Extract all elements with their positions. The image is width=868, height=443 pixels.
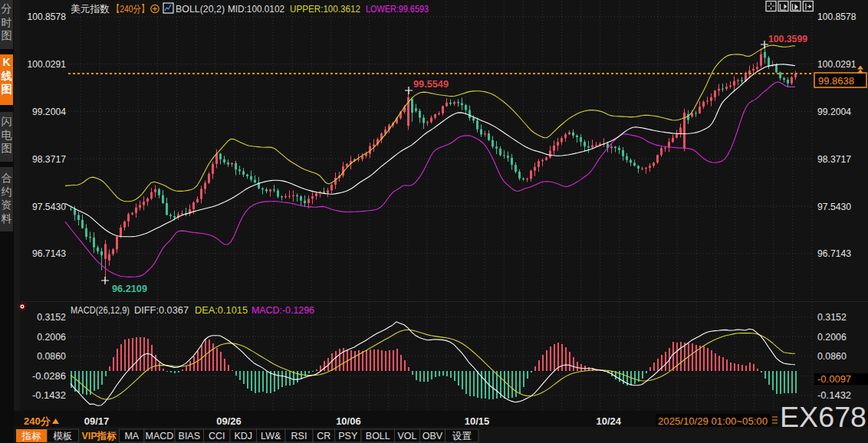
svg-text:OBV: OBV	[422, 431, 443, 441]
svg-text:图: 图	[2, 29, 12, 41]
svg-text:资: 资	[2, 199, 12, 211]
svg-text:RSI: RSI	[291, 431, 307, 441]
svg-text:0.0860: 0.0860	[37, 350, 66, 362]
svg-text:99.8638: 99.8638	[818, 75, 854, 87]
svg-text:PSY: PSY	[338, 431, 358, 441]
svg-text:-0.0286: -0.0286	[32, 370, 66, 382]
svg-text:10/06: 10/06	[336, 415, 361, 427]
svg-text:99.2004: 99.2004	[817, 106, 851, 117]
svg-text:图: 图	[2, 142, 12, 154]
svg-text:99.2004: 99.2004	[32, 106, 66, 117]
svg-text:美元指数: 美元指数	[71, 3, 110, 15]
svg-text:UPPER:100.3612: UPPER:100.3612	[290, 3, 360, 15]
svg-text:240分: 240分	[24, 415, 51, 427]
svg-text:MID:100.0102: MID:100.0102	[228, 3, 284, 15]
svg-text:98.3717: 98.3717	[32, 153, 66, 165]
svg-text:VOL: VOL	[397, 431, 416, 441]
svg-text:-0.1432: -0.1432	[32, 389, 66, 401]
svg-text:约: 约	[2, 185, 12, 198]
svg-text:料: 料	[2, 212, 12, 225]
svg-text:100.8578: 100.8578	[28, 11, 66, 22]
svg-text:设置: 设置	[452, 431, 472, 441]
svg-text:指标: 指标	[21, 431, 42, 441]
svg-text:【240分】: 【240分】	[112, 3, 149, 15]
svg-text:MACD: MACD	[146, 431, 174, 441]
svg-text:图: 图	[2, 83, 12, 95]
svg-text:线: 线	[1, 70, 12, 82]
svg-text:2025/10/29 01:00~05:00: 2025/10/29 01:00~05:00	[658, 415, 768, 427]
svg-text:96.7143: 96.7143	[817, 248, 851, 259]
svg-text:BOLL(20,2): BOLL(20,2)	[176, 3, 225, 15]
svg-text:100.8578: 100.8578	[817, 11, 856, 22]
svg-text:闪: 闪	[2, 115, 12, 127]
svg-text:09/17: 09/17	[84, 415, 110, 427]
svg-text:10/15: 10/15	[465, 415, 490, 427]
svg-text:MACD:-0.1296: MACD:-0.1296	[252, 304, 314, 316]
svg-text:合: 合	[2, 172, 12, 184]
svg-text:DIFF:0.0367: DIFF:0.0367	[134, 304, 189, 316]
svg-text:CCI: CCI	[209, 431, 225, 441]
svg-text:98.3717: 98.3717	[817, 153, 851, 165]
svg-text:97.5430: 97.5430	[817, 201, 851, 212]
svg-text:100.0291: 100.0291	[28, 58, 66, 70]
svg-text:0.3152: 0.3152	[37, 311, 66, 323]
svg-text:EX678: EX678	[780, 402, 866, 433]
svg-text:DEA:0.1015: DEA:0.1015	[195, 304, 248, 316]
svg-text:0.0860: 0.0860	[817, 350, 847, 362]
svg-text:BOLL: BOLL	[366, 431, 390, 441]
svg-text:CR: CR	[317, 431, 330, 441]
svg-text:模板: 模板	[53, 431, 73, 441]
svg-text:MACD(26,12,9): MACD(26,12,9)	[71, 304, 130, 316]
svg-text:97.5430: 97.5430	[32, 201, 66, 212]
svg-text:96.2109: 96.2109	[112, 283, 147, 294]
svg-text:0.2006: 0.2006	[817, 331, 847, 343]
svg-text:时: 时	[2, 16, 12, 28]
svg-text:99.5549: 99.5549	[413, 78, 449, 90]
svg-text:100.0291: 100.0291	[817, 58, 856, 70]
svg-text:分: 分	[2, 2, 12, 15]
svg-text:BIAS: BIAS	[179, 431, 201, 441]
svg-text:-0.0097: -0.0097	[817, 373, 851, 385]
svg-text:100.3599: 100.3599	[768, 33, 807, 44]
svg-text:10/24: 10/24	[596, 415, 621, 427]
svg-text:电: 电	[2, 129, 12, 141]
svg-text:LW&: LW&	[261, 431, 281, 441]
svg-text:-0.1432: -0.1432	[817, 389, 851, 401]
svg-text:0.3152: 0.3152	[817, 311, 847, 323]
svg-text:MA: MA	[124, 431, 139, 441]
svg-text:09/26: 09/26	[216, 415, 242, 427]
svg-text:VIP指标: VIP指标	[81, 431, 117, 441]
svg-text:LOWER:99.6593: LOWER:99.6593	[366, 3, 429, 15]
svg-text:96.7143: 96.7143	[32, 248, 66, 259]
svg-text:0.2006: 0.2006	[37, 331, 66, 343]
svg-text:K: K	[2, 56, 10, 68]
svg-text:KDJ: KDJ	[234, 431, 252, 441]
